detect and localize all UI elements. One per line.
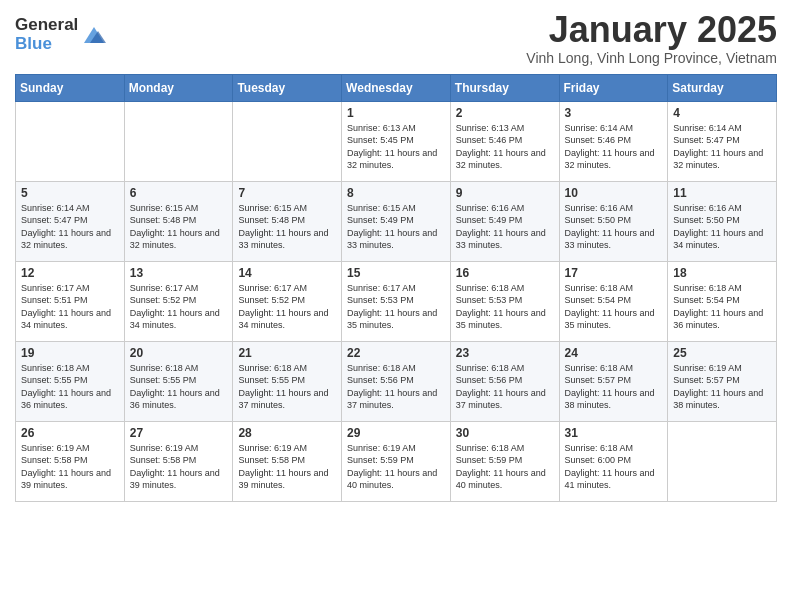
calendar-day-cell: 4Sunrise: 6:14 AM Sunset: 5:47 PM Daylig… [668, 101, 777, 181]
day-number: 9 [456, 186, 554, 200]
calendar-body: 1Sunrise: 6:13 AM Sunset: 5:45 PM Daylig… [16, 101, 777, 501]
calendar-day-cell: 28Sunrise: 6:19 AM Sunset: 5:58 PM Dayli… [233, 421, 342, 501]
calendar-day-cell: 3Sunrise: 6:14 AM Sunset: 5:46 PM Daylig… [559, 101, 668, 181]
calendar-day-cell: 24Sunrise: 6:18 AM Sunset: 5:57 PM Dayli… [559, 341, 668, 421]
calendar-day-cell: 7Sunrise: 6:15 AM Sunset: 5:48 PM Daylig… [233, 181, 342, 261]
day-number: 19 [21, 346, 119, 360]
day-info: Sunrise: 6:19 AM Sunset: 5:59 PM Dayligh… [347, 443, 437, 491]
day-info: Sunrise: 6:14 AM Sunset: 5:47 PM Dayligh… [673, 123, 763, 171]
day-info: Sunrise: 6:19 AM Sunset: 5:58 PM Dayligh… [238, 443, 328, 491]
day-info: Sunrise: 6:17 AM Sunset: 5:51 PM Dayligh… [21, 283, 111, 331]
day-number: 5 [21, 186, 119, 200]
day-number: 1 [347, 106, 445, 120]
day-info: Sunrise: 6:18 AM Sunset: 5:57 PM Dayligh… [565, 363, 655, 411]
logo: General Blue [15, 16, 108, 53]
day-number: 27 [130, 426, 228, 440]
day-info: Sunrise: 6:18 AM Sunset: 5:56 PM Dayligh… [456, 363, 546, 411]
calendar-day-cell: 23Sunrise: 6:18 AM Sunset: 5:56 PM Dayli… [450, 341, 559, 421]
calendar-week-row: 1Sunrise: 6:13 AM Sunset: 5:45 PM Daylig… [16, 101, 777, 181]
day-info: Sunrise: 6:18 AM Sunset: 5:56 PM Dayligh… [347, 363, 437, 411]
weekday-row: SundayMondayTuesdayWednesdayThursdayFrid… [16, 74, 777, 101]
day-info: Sunrise: 6:18 AM Sunset: 5:55 PM Dayligh… [21, 363, 111, 411]
day-info: Sunrise: 6:13 AM Sunset: 5:45 PM Dayligh… [347, 123, 437, 171]
day-number: 17 [565, 266, 663, 280]
day-info: Sunrise: 6:18 AM Sunset: 6:00 PM Dayligh… [565, 443, 655, 491]
day-number: 7 [238, 186, 336, 200]
calendar-week-row: 5Sunrise: 6:14 AM Sunset: 5:47 PM Daylig… [16, 181, 777, 261]
day-info: Sunrise: 6:15 AM Sunset: 5:48 PM Dayligh… [130, 203, 220, 251]
calendar-day-cell: 30Sunrise: 6:18 AM Sunset: 5:59 PM Dayli… [450, 421, 559, 501]
calendar-day-cell [16, 101, 125, 181]
day-number: 3 [565, 106, 663, 120]
day-number: 12 [21, 266, 119, 280]
day-number: 6 [130, 186, 228, 200]
day-number: 8 [347, 186, 445, 200]
day-info: Sunrise: 6:16 AM Sunset: 5:49 PM Dayligh… [456, 203, 546, 251]
day-info: Sunrise: 6:17 AM Sunset: 5:53 PM Dayligh… [347, 283, 437, 331]
day-info: Sunrise: 6:17 AM Sunset: 5:52 PM Dayligh… [130, 283, 220, 331]
calendar-table: SundayMondayTuesdayWednesdayThursdayFrid… [15, 74, 777, 502]
calendar-day-cell: 25Sunrise: 6:19 AM Sunset: 5:57 PM Dayli… [668, 341, 777, 421]
logo-icon [80, 21, 108, 49]
calendar-day-cell: 31Sunrise: 6:18 AM Sunset: 6:00 PM Dayli… [559, 421, 668, 501]
day-info: Sunrise: 6:14 AM Sunset: 5:47 PM Dayligh… [21, 203, 111, 251]
day-info: Sunrise: 6:16 AM Sunset: 5:50 PM Dayligh… [673, 203, 763, 251]
calendar-day-cell: 6Sunrise: 6:15 AM Sunset: 5:48 PM Daylig… [124, 181, 233, 261]
day-number: 21 [238, 346, 336, 360]
day-number: 30 [456, 426, 554, 440]
day-number: 2 [456, 106, 554, 120]
day-number: 16 [456, 266, 554, 280]
calendar-day-cell: 22Sunrise: 6:18 AM Sunset: 5:56 PM Dayli… [342, 341, 451, 421]
day-number: 13 [130, 266, 228, 280]
day-number: 18 [673, 266, 771, 280]
weekday-header: Wednesday [342, 74, 451, 101]
weekday-header: Friday [559, 74, 668, 101]
calendar-day-cell: 16Sunrise: 6:18 AM Sunset: 5:53 PM Dayli… [450, 261, 559, 341]
weekday-header: Saturday [668, 74, 777, 101]
day-info: Sunrise: 6:18 AM Sunset: 5:59 PM Dayligh… [456, 443, 546, 491]
day-number: 15 [347, 266, 445, 280]
day-info: Sunrise: 6:19 AM Sunset: 5:57 PM Dayligh… [673, 363, 763, 411]
calendar-day-cell: 18Sunrise: 6:18 AM Sunset: 5:54 PM Dayli… [668, 261, 777, 341]
calendar-day-cell: 14Sunrise: 6:17 AM Sunset: 5:52 PM Dayli… [233, 261, 342, 341]
day-number: 22 [347, 346, 445, 360]
day-info: Sunrise: 6:15 AM Sunset: 5:49 PM Dayligh… [347, 203, 437, 251]
day-info: Sunrise: 6:15 AM Sunset: 5:48 PM Dayligh… [238, 203, 328, 251]
calendar-day-cell: 1Sunrise: 6:13 AM Sunset: 5:45 PM Daylig… [342, 101, 451, 181]
logo-blue: Blue [15, 35, 78, 54]
day-info: Sunrise: 6:17 AM Sunset: 5:52 PM Dayligh… [238, 283, 328, 331]
calendar-day-cell [668, 421, 777, 501]
calendar-header: SundayMondayTuesdayWednesdayThursdayFrid… [16, 74, 777, 101]
calendar-day-cell: 20Sunrise: 6:18 AM Sunset: 5:55 PM Dayli… [124, 341, 233, 421]
calendar-week-row: 19Sunrise: 6:18 AM Sunset: 5:55 PM Dayli… [16, 341, 777, 421]
day-info: Sunrise: 6:18 AM Sunset: 5:55 PM Dayligh… [238, 363, 328, 411]
calendar-day-cell: 21Sunrise: 6:18 AM Sunset: 5:55 PM Dayli… [233, 341, 342, 421]
day-number: 23 [456, 346, 554, 360]
calendar-day-cell: 15Sunrise: 6:17 AM Sunset: 5:53 PM Dayli… [342, 261, 451, 341]
calendar-day-cell: 10Sunrise: 6:16 AM Sunset: 5:50 PM Dayli… [559, 181, 668, 261]
logo-general: General [15, 16, 78, 35]
day-number: 28 [238, 426, 336, 440]
weekday-header: Tuesday [233, 74, 342, 101]
calendar-day-cell [124, 101, 233, 181]
calendar-day-cell: 17Sunrise: 6:18 AM Sunset: 5:54 PM Dayli… [559, 261, 668, 341]
day-info: Sunrise: 6:18 AM Sunset: 5:54 PM Dayligh… [673, 283, 763, 331]
day-info: Sunrise: 6:13 AM Sunset: 5:46 PM Dayligh… [456, 123, 546, 171]
day-info: Sunrise: 6:19 AM Sunset: 5:58 PM Dayligh… [21, 443, 111, 491]
day-number: 25 [673, 346, 771, 360]
day-number: 11 [673, 186, 771, 200]
calendar-week-row: 12Sunrise: 6:17 AM Sunset: 5:51 PM Dayli… [16, 261, 777, 341]
calendar-day-cell: 8Sunrise: 6:15 AM Sunset: 5:49 PM Daylig… [342, 181, 451, 261]
day-number: 4 [673, 106, 771, 120]
day-number: 10 [565, 186, 663, 200]
calendar-day-cell: 9Sunrise: 6:16 AM Sunset: 5:49 PM Daylig… [450, 181, 559, 261]
day-info: Sunrise: 6:18 AM Sunset: 5:55 PM Dayligh… [130, 363, 220, 411]
calendar-day-cell: 13Sunrise: 6:17 AM Sunset: 5:52 PM Dayli… [124, 261, 233, 341]
day-number: 14 [238, 266, 336, 280]
day-number: 24 [565, 346, 663, 360]
calendar-day-cell: 27Sunrise: 6:19 AM Sunset: 5:58 PM Dayli… [124, 421, 233, 501]
day-info: Sunrise: 6:19 AM Sunset: 5:58 PM Dayligh… [130, 443, 220, 491]
day-number: 29 [347, 426, 445, 440]
calendar-day-cell: 26Sunrise: 6:19 AM Sunset: 5:58 PM Dayli… [16, 421, 125, 501]
calendar-day-cell: 11Sunrise: 6:16 AM Sunset: 5:50 PM Dayli… [668, 181, 777, 261]
